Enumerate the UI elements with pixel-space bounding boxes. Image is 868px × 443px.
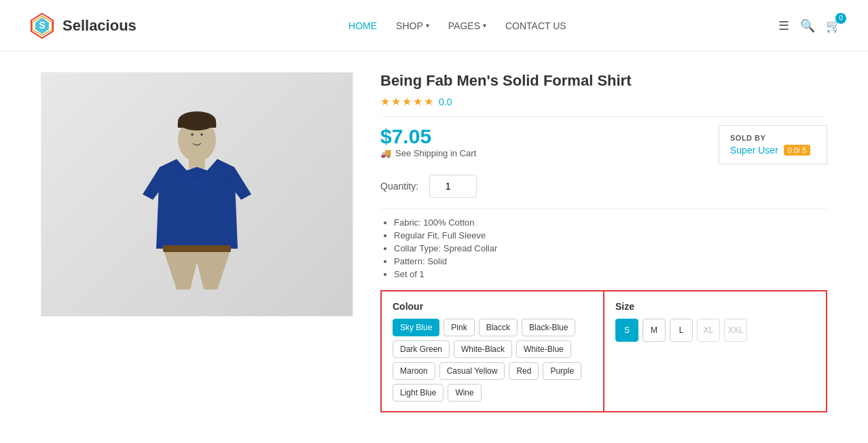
- feature-3: Collar Type: Spread Collar: [394, 243, 827, 253]
- svg-text:S: S: [39, 20, 45, 31]
- colour-btn-white-black[interactable]: White-Black: [454, 340, 512, 358]
- colour-btn-sky-blue[interactable]: Sky Blue: [393, 319, 439, 336]
- price-area: $7.05 🚚 See Shipping in Cart: [380, 125, 476, 169]
- colour-btn-wine[interactable]: Wine: [448, 384, 481, 402]
- logo-text: Sellacious: [62, 17, 137, 35]
- sold-by-name[interactable]: Super User: [730, 145, 778, 156]
- colour-btn-blacck[interactable]: Blacck: [479, 319, 518, 336]
- colour-btn-purple[interactable]: Purple: [543, 362, 581, 380]
- cart-button[interactable]: 🛒 0: [826, 18, 841, 33]
- search-button[interactable]: 🔍: [800, 18, 815, 33]
- colour-btn-red[interactable]: Red: [509, 362, 539, 380]
- nav-pages[interactable]: PAGES: [448, 20, 486, 31]
- size-btn-xl[interactable]: XL: [697, 319, 720, 342]
- colour-btn-dark-green[interactable]: Dark Green: [393, 340, 450, 358]
- colour-btn-black-blue[interactable]: Black-Blue: [522, 319, 575, 336]
- shirt-illustration: [122, 99, 272, 289]
- colour-btn-casual-yellow[interactable]: Casual Yellow: [439, 362, 505, 380]
- colour-section: Colour Sky Blue Pink Blacck Black-Blue D…: [380, 290, 604, 412]
- svg-point-8: [200, 133, 203, 136]
- product-image: [41, 73, 352, 316]
- sold-by-label: SOLD BY: [730, 134, 816, 142]
- logo-icon: S: [27, 11, 57, 41]
- size-section-title: Size: [615, 301, 815, 312]
- svg-rect-5: [189, 155, 205, 169]
- product-image-area: [41, 72, 353, 317]
- product-details: Being Fab Men's Solid Formal Shirt ★ ★ ★…: [380, 72, 827, 412]
- quantity-row: Quantity:: [380, 175, 827, 198]
- logo-area[interactable]: S Sellacious: [27, 11, 137, 41]
- product-price: $7.05: [380, 125, 476, 148]
- shipping-text: See Shipping in Cart: [395, 148, 476, 158]
- size-btn-m[interactable]: M: [643, 319, 666, 342]
- nav-icons: ☰ 🔍 🛒 0: [778, 18, 841, 33]
- sold-by-rating: 0.0/ 5: [784, 145, 811, 156]
- nav-home[interactable]: HOME: [348, 20, 377, 31]
- nav-contact[interactable]: CONTACT US: [505, 20, 566, 31]
- colour-btn-maroon[interactable]: Maroon: [393, 362, 435, 380]
- divider-2: [380, 209, 827, 209]
- rating-value: 0.0: [439, 96, 452, 107]
- feature-2: Regular Fit, Full Sleeve: [394, 230, 827, 241]
- sold-by-box: SOLD BY Super User 0.0/ 5: [719, 125, 827, 164]
- product-title: Being Fab Men's Solid Formal Shirt: [380, 72, 827, 90]
- size-btn-s[interactable]: S: [615, 319, 638, 342]
- svg-rect-6: [163, 245, 231, 252]
- quantity-label: Quantity:: [380, 181, 418, 192]
- star-1: ★: [380, 95, 390, 108]
- size-buttons: S M L XL XXL: [615, 319, 815, 342]
- header: S Sellacious HOME SHOP PAGES CONTACT US …: [0, 0, 868, 52]
- stars: ★ ★ ★ ★ ★: [380, 95, 433, 108]
- size-btn-l[interactable]: L: [670, 319, 693, 342]
- cart-badge: 0: [835, 13, 846, 24]
- size-btn-xxl[interactable]: XXL: [724, 319, 747, 342]
- star-2: ★: [391, 95, 401, 108]
- feature-5: Set of 1: [394, 269, 827, 279]
- divider-1: [380, 116, 827, 117]
- star-4: ★: [413, 95, 422, 108]
- colour-section-title: Colour: [393, 301, 592, 312]
- colour-btn-pink[interactable]: Pink: [444, 319, 474, 336]
- main-nav: HOME SHOP PAGES CONTACT US: [348, 20, 566, 31]
- size-section: Size S M L XL XXL: [604, 290, 827, 412]
- sold-by-user: Super User 0.0/ 5: [730, 145, 816, 156]
- features-list: Fabric: 100% Cotton Regular Fit, Full Sl…: [380, 217, 827, 279]
- quantity-input[interactable]: [429, 175, 477, 198]
- truck-icon: 🚚: [380, 148, 391, 158]
- colour-buttons: Sky Blue Pink Blacck Black-Blue Dark Gre…: [393, 319, 592, 402]
- shipping-row: 🚚 See Shipping in Cart: [380, 148, 476, 158]
- main-content: Being Fab Men's Solid Formal Shirt ★ ★ ★…: [0, 52, 868, 433]
- feature-4: Pattern: Solid: [394, 256, 827, 266]
- nav-shop[interactable]: SHOP: [396, 20, 429, 31]
- rating-row: ★ ★ ★ ★ ★ 0.0: [380, 95, 827, 108]
- svg-point-7: [191, 133, 194, 136]
- feature-1: Fabric: 100% Cotton: [394, 217, 827, 228]
- star-5: ★: [424, 95, 433, 108]
- star-3: ★: [402, 95, 412, 108]
- hamburger-button[interactable]: ☰: [778, 18, 789, 33]
- colour-btn-white-blue[interactable]: White-Blue: [516, 340, 571, 358]
- colour-btn-light-blue[interactable]: Light Blue: [393, 384, 444, 402]
- variant-sections: Colour Sky Blue Pink Blacck Black-Blue D…: [380, 290, 827, 412]
- price-sold-row: $7.05 🚚 See Shipping in Cart SOLD BY Sup…: [380, 125, 827, 169]
